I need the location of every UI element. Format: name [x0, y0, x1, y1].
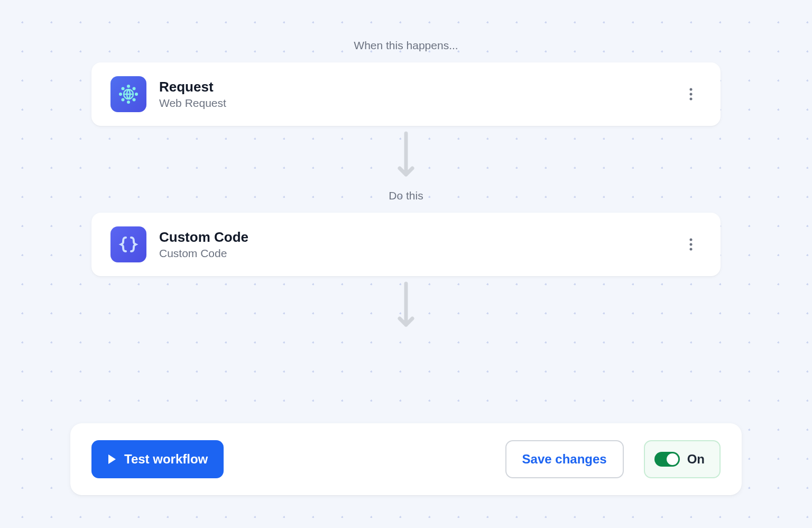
svg-point-15: [690, 248, 693, 251]
action-section-label: Do this: [389, 189, 423, 202]
svg-point-14: [690, 243, 693, 246]
svg-point-7: [133, 87, 136, 90]
svg-point-11: [690, 93, 693, 96]
toggle-state-label: On: [687, 452, 705, 467]
toggle-switch-icon: [654, 452, 680, 467]
svg-point-12: [690, 98, 693, 101]
svg-point-8: [122, 98, 125, 102]
action-node-subtitle: Custom Code: [159, 247, 680, 260]
trigger-node-title: Request: [159, 79, 680, 95]
action-node-menu-button[interactable]: [680, 234, 702, 255]
trigger-section-label: When this happens...: [354, 39, 458, 52]
trigger-node-card[interactable]: Request Web Request: [91, 62, 721, 126]
svg-point-4: [119, 93, 122, 96]
svg-point-13: [690, 239, 693, 241]
globe-gear-icon: [110, 76, 146, 112]
save-changes-button[interactable]: Save changes: [505, 440, 624, 478]
action-node-card[interactable]: Custom Code Custom Code: [91, 213, 721, 276]
trigger-node-menu-button[interactable]: [680, 84, 702, 105]
workflow-enabled-toggle[interactable]: On: [644, 440, 721, 478]
test-workflow-label: Test workflow: [124, 452, 208, 467]
arrow-down-icon: [396, 131, 416, 184]
action-node-title: Custom Code: [159, 229, 680, 245]
svg-point-10: [690, 88, 693, 91]
svg-point-9: [133, 98, 136, 102]
play-icon: [107, 454, 117, 465]
arrow-down-icon: [396, 281, 416, 334]
svg-point-3: [127, 101, 130, 104]
bottom-toolbar: Test workflow Save changes On: [70, 423, 742, 495]
braces-icon: [110, 226, 146, 262]
svg-point-2: [127, 85, 130, 88]
test-workflow-button[interactable]: Test workflow: [91, 440, 224, 478]
svg-point-6: [122, 87, 125, 90]
svg-point-5: [135, 93, 138, 96]
trigger-node-subtitle: Web Request: [159, 97, 680, 110]
workflow-canvas: When this happens...: [0, 0, 812, 340]
save-changes-label: Save changes: [522, 452, 607, 467]
